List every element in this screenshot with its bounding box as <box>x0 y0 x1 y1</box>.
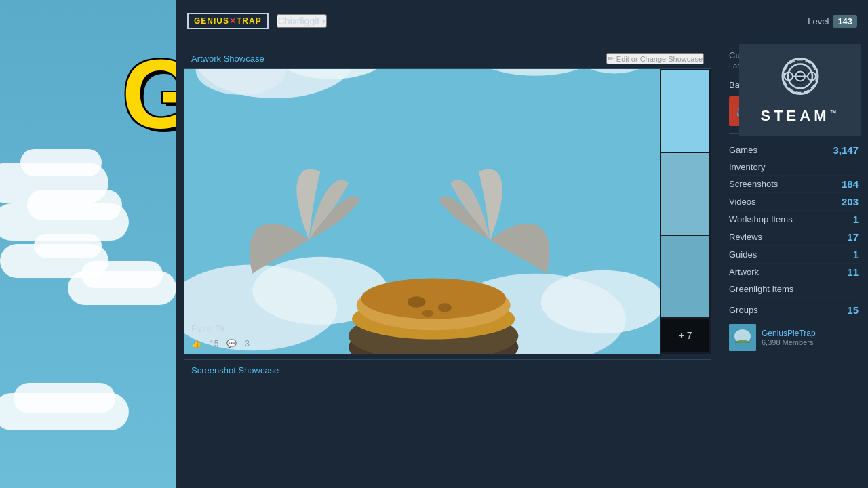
svg-point-18 <box>422 310 434 317</box>
level-section: Level 143 <box>808 15 857 28</box>
brand-genius: GENIUS <box>194 16 229 26</box>
svg-point-15 <box>361 278 506 319</box>
edit-showcase-label: Edit or Change Showcase <box>616 55 703 63</box>
greenlight-label: Greenlight Items <box>729 284 793 294</box>
group-item-1[interactable]: GeniusPieTrap 6,398 Members <box>729 321 859 354</box>
brand-trap: TRAP <box>237 16 262 26</box>
stat-row-videos[interactable]: Videos 203 <box>729 193 859 211</box>
artwork-showcase: Artwork Showcase Edit or Change Showcase <box>184 49 711 354</box>
artwork-svg <box>184 69 660 354</box>
group-avatar-1 <box>729 324 756 351</box>
screenshot-showcase: Screenshot Showcase <box>184 359 711 380</box>
stat-row-screenshots[interactable]: Screenshots 184 <box>729 176 859 193</box>
stats-list: Games 3,147 Inventory Screenshots 184 Vi… <box>729 142 859 298</box>
stat-row-inventory[interactable]: Inventory <box>729 159 859 176</box>
group-name-1: GeniusPieTrap <box>762 329 859 338</box>
games-value: 3,147 <box>833 144 859 156</box>
screenshots-label: Screenshots <box>729 179 778 189</box>
group-info-1: GeniusPieTrap 6,398 Members <box>762 329 859 346</box>
stat-row-games[interactable]: Games 3,147 <box>729 142 859 159</box>
brand-badge: GENIUS✕TRAP <box>187 13 269 29</box>
stat-row-guides[interactable]: Guides 1 <box>729 246 859 264</box>
comment-icon <box>226 339 237 348</box>
svg-point-17 <box>438 303 452 312</box>
more-thumbnails[interactable]: + 7 <box>661 319 709 352</box>
thumbnail-3[interactable] <box>661 236 709 317</box>
guides-value: 1 <box>853 249 859 260</box>
thumbnail-2[interactable] <box>661 153 709 235</box>
groups-label: Groups <box>729 305 758 315</box>
groups-count: 15 <box>847 304 859 316</box>
brand-x: ✕ <box>229 16 237 26</box>
steam-word: STEAM <box>761 107 830 124</box>
pencil-icon <box>608 54 614 63</box>
reviews-label: Reviews <box>729 232 762 242</box>
screenshot-showcase-header: Screenshot Showcase <box>184 359 711 380</box>
level-label: Level <box>808 16 829 26</box>
groups-header: Groups 15 <box>729 304 859 316</box>
stat-row-reviews[interactable]: Reviews 17 <box>729 228 859 246</box>
groups-section: Groups 15 GeniusPieTrap 6,398 Members <box>729 304 859 354</box>
thumbnail-1[interactable] <box>661 70 709 152</box>
artwork-value: 11 <box>847 266 859 278</box>
main-artwork-display[interactable]: Flying Pie 15 3 <box>184 69 660 354</box>
top-bar: GENIUS✕TRAP Chixdiggit Level 143 <box>176 0 868 42</box>
username-dropdown[interactable]: Chixdiggit <box>277 14 327 28</box>
steam-logo-svg <box>770 56 831 103</box>
artwork-showcase-title: Artwork Showcase <box>191 54 264 64</box>
steam-tm: ™ <box>830 108 840 116</box>
group-members-1: 6,398 Members <box>762 338 859 346</box>
videos-label: Videos <box>729 197 756 207</box>
artwork-label: Artwork <box>729 267 759 277</box>
artwork-showcase-header: Artwork Showcase Edit or Change Showcase <box>184 49 711 69</box>
level-value: 143 <box>833 15 857 28</box>
screenshot-showcase-title: Screenshot Showcase <box>191 365 279 375</box>
artwork-content: Flying Pie 15 3 + 7 <box>184 69 711 354</box>
artwork-name: Flying Pie <box>191 324 227 333</box>
like-count: 15 <box>210 339 218 348</box>
workshop-value: 1 <box>853 214 859 225</box>
reviews-value: 17 <box>847 231 859 243</box>
svg-point-10 <box>541 270 660 333</box>
username-label: Chixdiggit <box>278 16 319 26</box>
steam-logo-panel: STEAM™ <box>739 44 861 136</box>
guides-label: Guides <box>729 249 757 260</box>
svg-point-16 <box>408 296 426 308</box>
stat-row-artwork[interactable]: Artwork 11 <box>729 264 859 281</box>
more-count-label: + 7 <box>679 330 692 341</box>
stat-row-greenlight[interactable]: Greenlight Items <box>729 281 859 298</box>
inventory-label: Inventory <box>729 162 765 172</box>
like-icon <box>191 339 201 348</box>
comment-count: 3 <box>245 339 250 348</box>
edit-showcase-button[interactable]: Edit or Change Showcase <box>606 53 704 64</box>
videos-value: 203 <box>842 196 859 207</box>
showcase-area: Artwork Showcase Edit or Change Showcase <box>176 42 719 488</box>
thumbnail-strip: + 7 <box>660 69 711 354</box>
games-label: Games <box>729 145 757 155</box>
workshop-label: Workshop Items <box>729 214 793 224</box>
stat-row-workshop[interactable]: Workshop Items 1 <box>729 211 859 228</box>
steam-text-label: STEAM™ <box>761 107 840 125</box>
artwork-stats: 15 3 <box>191 339 250 348</box>
screenshots-value: 184 <box>842 178 859 190</box>
